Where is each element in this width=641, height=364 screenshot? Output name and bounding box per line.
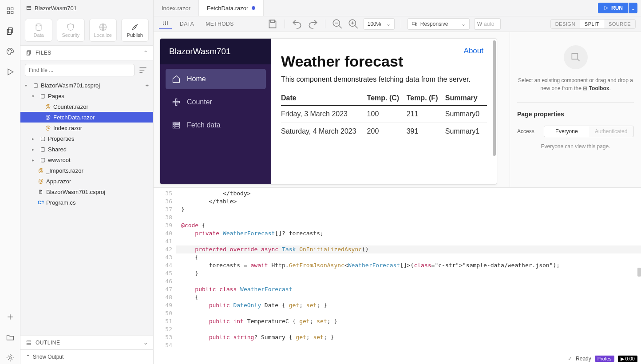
mode-ui[interactable]: UI — [159, 19, 172, 29]
run-icon[interactable] — [4, 66, 16, 78]
zoom-in-icon[interactable] — [348, 18, 359, 30]
folder-icon: ▢ — [39, 146, 46, 152]
tree-csproj[interactable]: 🗎 BlazorWasm701.csproj — [20, 186, 153, 197]
tree-pages[interactable]: ▾ ▢ Pages — [20, 91, 153, 101]
tree-counter[interactable]: @ Counter.razor — [20, 101, 153, 112]
access-authenticated[interactable]: Authenticated — [589, 126, 634, 137]
tab-fetchdata[interactable]: FetchData.razor — [199, 0, 264, 16]
svg-point-7 — [10, 49, 11, 50]
razor-icon: @ — [44, 103, 51, 110]
tree-shared[interactable]: ▸ ▢ Shared — [20, 144, 153, 154]
add-file-icon[interactable]: + — [145, 82, 149, 89]
svg-line-30 — [355, 25, 358, 28]
view-split[interactable]: SPLIT — [580, 20, 604, 28]
show-output-button[interactable]: ⌃ Show Output — [20, 350, 153, 364]
svg-line-27 — [339, 25, 342, 28]
preview-sidebar: BlazorWasm701 Home Counter — [160, 39, 271, 184]
svg-rect-38 — [175, 122, 180, 123]
tree-collapse-icon[interactable] — [137, 64, 149, 76]
preview-subtitle: This component demonstrates fetching dat… — [281, 75, 487, 83]
tabs-row: Index.razor FetchData.razor RUN ⌄ — [154, 0, 641, 16]
svg-rect-25 — [270, 20, 274, 22]
plan-badge: Profes — [595, 356, 614, 362]
search-input[interactable] — [25, 64, 135, 76]
publish-button[interactable]: Publish — [121, 19, 149, 42]
forecast-table: Date Temp. (C) Temp. (F) Summary Friday,… — [281, 91, 487, 140]
project-icon — [26, 5, 32, 11]
left-panel: BlazorWasm701 Data Security Localize Pub… — [20, 0, 154, 364]
home-icon — [172, 75, 181, 83]
activity-bar — [0, 0, 20, 364]
device-select[interactable]: Responsive⌄ — [408, 18, 470, 30]
add-icon[interactable] — [4, 311, 16, 323]
code-editor[interactable]: 3536373839404142434445464748495051525354… — [154, 187, 641, 364]
chevron-up-icon: ⌃ — [26, 354, 30, 360]
security-button[interactable]: Security — [57, 19, 84, 42]
secondary-bar: UI DATA METHODS 100%⌄ Responsive⌄ Wauto … — [154, 16, 641, 32]
undo-icon[interactable] — [291, 18, 303, 30]
files-icon[interactable] — [4, 25, 16, 37]
th-summary: Summary — [445, 91, 487, 105]
svg-point-6 — [8, 51, 9, 51]
tree-index[interactable]: @ Index.razor — [20, 123, 153, 133]
view-source[interactable]: SOURCE — [604, 20, 635, 28]
tree-root[interactable]: ▾ ▢ BlazorWasm701.csproj + — [20, 80, 153, 91]
settings-icon[interactable] — [4, 352, 16, 364]
svg-rect-34 — [415, 23, 417, 26]
razor-icon: @ — [37, 178, 44, 184]
preview-scrollbar[interactable] — [493, 40, 496, 156]
palette-icon[interactable] — [4, 45, 16, 58]
nav-fetchdata[interactable]: Fetch data — [166, 115, 266, 135]
nav-home[interactable]: Home — [166, 69, 266, 89]
run-button[interactable]: RUN — [598, 3, 628, 13]
access-everyone[interactable]: Everyone — [544, 126, 589, 137]
gutter: 3536373839404142434445464748495051525354 — [154, 188, 176, 364]
files-section-header[interactable]: FILES ⌃ — [20, 45, 153, 60]
view-design[interactable]: DESIGN — [551, 20, 580, 28]
access-note: Everyone can view this page. — [541, 143, 610, 150]
check-icon: ✓ — [568, 356, 572, 362]
properties-panel: Select an existing component or drag and… — [510, 32, 641, 187]
svg-rect-35 — [175, 99, 177, 106]
data-button[interactable]: Data — [25, 19, 52, 42]
mode-data[interactable]: DATA — [176, 19, 198, 29]
tree-fetchdata[interactable]: @ FetchData.razor — [20, 112, 153, 123]
run-dropdown[interactable]: ⌄ — [629, 3, 637, 13]
code[interactable]: </tbody> </table>}@code { private Weathe… — [176, 188, 641, 364]
splitter-handle[interactable] — [637, 268, 641, 277]
tree-app[interactable]: @ App.razor — [20, 176, 153, 186]
view-toggle: DESIGN SPLIT SOURCE — [550, 19, 636, 29]
zoom-out-icon[interactable] — [332, 18, 343, 30]
nav-counter[interactable]: Counter — [166, 92, 266, 112]
folder-icon: ▢ — [39, 135, 46, 142]
svg-rect-5 — [7, 29, 11, 35]
tree-wwwroot[interactable]: ▸ ▢ wwwroot — [20, 154, 153, 165]
svg-rect-4 — [8, 28, 12, 33]
files-section-icon — [26, 50, 32, 56]
svg-point-15 — [36, 24, 41, 26]
tree-imports[interactable]: @ _Imports.razor — [20, 165, 153, 176]
svg-rect-41 — [173, 127, 174, 128]
zoom-select[interactable]: 100%⌄ — [364, 18, 395, 30]
localize-button[interactable]: Localize — [89, 19, 117, 42]
tree-program[interactable]: C# Program.cs — [20, 197, 153, 208]
tab-index[interactable]: Index.razor — [154, 0, 199, 16]
open-folder-icon[interactable] — [4, 331, 16, 344]
file-icon: 🗎 — [37, 189, 44, 195]
svg-rect-1 — [11, 8, 13, 10]
properties-hint: Select an existing component or drag and… — [517, 76, 634, 92]
about-link[interactable]: About — [464, 47, 483, 55]
svg-rect-13 — [27, 7, 31, 10]
tree-properties[interactable]: ▸ ▢ Properties — [20, 133, 153, 144]
razor-icon: @ — [37, 167, 44, 174]
chevron-up-icon: ⌃ — [143, 50, 148, 56]
svg-rect-3 — [11, 12, 13, 14]
redo-icon[interactable] — [307, 18, 319, 30]
save-icon[interactable] — [267, 18, 278, 30]
width-field[interactable]: Wauto — [474, 18, 501, 30]
th-date: Date — [281, 91, 367, 105]
svg-rect-17 — [28, 51, 30, 54]
toolbox-icon[interactable] — [4, 4, 16, 17]
outline-header[interactable]: OUTLINE ⌄ — [20, 336, 153, 350]
mode-methods[interactable]: METHODS — [202, 19, 237, 29]
